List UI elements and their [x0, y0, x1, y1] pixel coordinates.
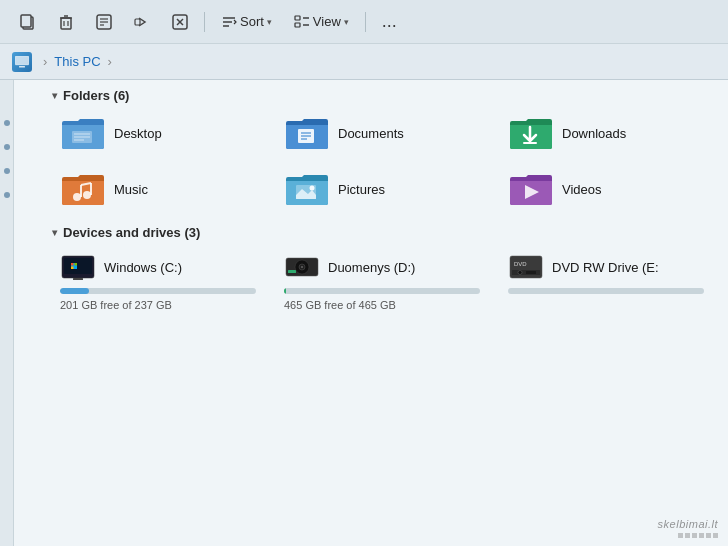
- folders-section-label: Folders (6): [63, 88, 129, 103]
- folders-section-header[interactable]: ▾ Folders (6): [52, 88, 712, 103]
- drive-bar-fill-d: [284, 288, 286, 294]
- pc-icon: [12, 52, 32, 72]
- drives-grid: Windows (C:) 201 GB free of 237 GB: [52, 246, 712, 317]
- folder-icon-music: [60, 171, 104, 207]
- drive-item-dvd[interactable]: DVD DVD RW Drive (E:: [500, 246, 712, 317]
- folder-name-videos: Videos: [562, 182, 602, 197]
- drive-free-c: 201 GB free of 237 GB: [60, 299, 256, 311]
- folder-icon-pictures: [284, 171, 328, 207]
- svg-rect-42: [64, 258, 92, 274]
- addr-sep-1: ›: [43, 54, 47, 69]
- folder-icon-downloads: [508, 115, 552, 151]
- svg-rect-46: [71, 267, 74, 270]
- addr-sep-2: ›: [108, 54, 112, 69]
- rename-icon[interactable]: [88, 6, 120, 38]
- pin-dot-4: [4, 192, 10, 198]
- svg-point-52: [301, 266, 303, 268]
- trash-icon[interactable]: [50, 6, 82, 38]
- folder-icon-documents: [284, 115, 328, 151]
- folder-name-desktop: Desktop: [114, 126, 162, 141]
- svg-rect-18: [295, 16, 300, 20]
- folder-item-music[interactable]: Music: [52, 165, 264, 213]
- folder-name-downloads: Downloads: [562, 126, 626, 141]
- svg-point-34: [83, 191, 91, 199]
- drives-section-header[interactable]: ▾ Devices and drives (3): [52, 225, 712, 240]
- more-button[interactable]: ...: [374, 7, 405, 36]
- view-icon: [294, 14, 310, 30]
- drive-item-c[interactable]: Windows (C:) 201 GB free of 237 GB: [52, 246, 264, 317]
- toolbar-separator-1: [204, 12, 205, 32]
- svg-rect-47: [75, 267, 78, 270]
- share-icon[interactable]: [126, 6, 158, 38]
- drive-top-dvd: DVD DVD RW Drive (E:: [508, 252, 704, 282]
- drive-name-c: Windows (C:): [104, 260, 182, 275]
- svg-point-56: [518, 271, 522, 275]
- folder-name-pictures: Pictures: [338, 182, 385, 197]
- folders-chevron: ▾: [52, 90, 57, 101]
- folders-section: ▾ Folders (6) Desktop: [34, 88, 712, 213]
- folder-name-music: Music: [114, 182, 148, 197]
- drive-icon-d: [284, 252, 320, 282]
- svg-rect-57: [526, 271, 536, 274]
- drive-name-d: Duomenys (D:): [328, 260, 415, 275]
- svg-rect-11: [135, 19, 140, 25]
- drive-name-dvd: DVD RW Drive (E:: [552, 260, 659, 275]
- drives-chevron: ▾: [52, 227, 57, 238]
- toolbar-separator-2: [365, 12, 366, 32]
- pin-dot-1: [4, 120, 10, 126]
- folder-item-downloads[interactable]: Downloads: [500, 109, 712, 157]
- drive-icon-dvd: DVD: [508, 252, 544, 282]
- svg-rect-48: [73, 278, 83, 280]
- drives-section: ▾ Devices and drives (3): [34, 225, 712, 317]
- svg-rect-45: [75, 263, 78, 266]
- drive-top-d: Duomenys (D:): [284, 252, 480, 282]
- delete2-icon[interactable]: [164, 6, 196, 38]
- folder-item-videos[interactable]: Videos: [500, 165, 712, 213]
- watermark-text: skelbimai.lt: [658, 518, 718, 530]
- wm-dot-6: [713, 533, 718, 538]
- watermark-dots: [658, 533, 718, 538]
- svg-point-33: [73, 193, 81, 201]
- sort-label: Sort: [240, 14, 264, 29]
- addressbar: › This PC ›: [0, 44, 728, 80]
- svg-rect-1: [21, 15, 31, 27]
- pin-dot-3: [4, 168, 10, 174]
- sort-button[interactable]: Sort ▾: [213, 10, 280, 34]
- copy-icon[interactable]: [12, 6, 44, 38]
- view-button[interactable]: View ▾: [286, 10, 357, 34]
- svg-rect-19: [295, 23, 300, 27]
- folder-grid: Desktop Documents: [52, 109, 712, 213]
- sort-icon: [221, 14, 237, 30]
- wm-dot-5: [706, 533, 711, 538]
- drive-free-d: 465 GB free of 465 GB: [284, 299, 480, 311]
- svg-rect-53: [288, 270, 296, 273]
- pin-strip: [0, 80, 14, 546]
- drive-bar-fill-c: [60, 288, 89, 294]
- main-content: ▾ Folders (6) Desktop: [0, 80, 728, 546]
- folder-item-desktop[interactable]: Desktop: [52, 109, 264, 157]
- drive-bar-bg-dvd: [508, 288, 704, 294]
- pin-dot-2: [4, 144, 10, 150]
- folder-name-documents: Documents: [338, 126, 404, 141]
- drive-icon-c: [60, 252, 96, 282]
- view-chevron: ▾: [344, 17, 349, 27]
- folder-icon-videos: [508, 171, 552, 207]
- watermark: skelbimai.lt: [658, 518, 718, 538]
- folder-item-documents[interactable]: Documents: [276, 109, 488, 157]
- svg-point-39: [310, 186, 315, 191]
- sort-chevron: ▾: [267, 17, 272, 27]
- wm-dot-2: [685, 533, 690, 538]
- svg-rect-23: [19, 66, 25, 68]
- folder-item-pictures[interactable]: Pictures: [276, 165, 488, 213]
- wm-dot-4: [699, 533, 704, 538]
- view-label: View: [313, 14, 341, 29]
- drive-item-d[interactable]: Duomenys (D:) 465 GB free of 465 GB: [276, 246, 488, 317]
- wm-dot-1: [678, 533, 683, 538]
- svg-rect-44: [71, 263, 74, 266]
- drive-bar-bg-d: [284, 288, 480, 294]
- drive-top-c: Windows (C:): [60, 252, 256, 282]
- svg-rect-22: [15, 56, 29, 65]
- wm-dot-3: [692, 533, 697, 538]
- drive-bar-bg-c: [60, 288, 256, 294]
- addr-pc-label[interactable]: This PC: [54, 54, 100, 69]
